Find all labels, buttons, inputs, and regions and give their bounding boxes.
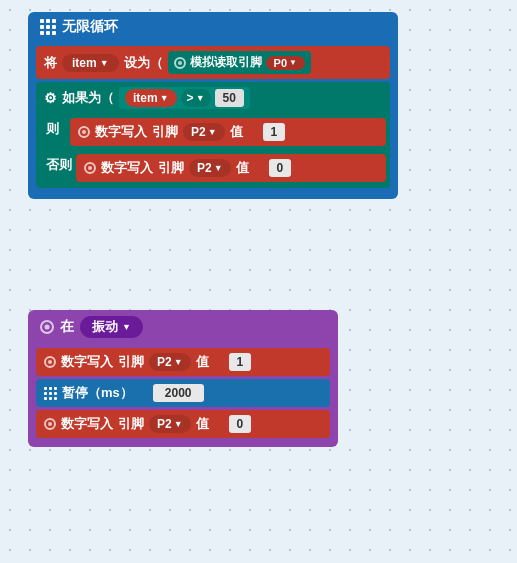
then-label: 则 <box>42 116 70 142</box>
event-row3[interactable]: 数字写入 引脚 P2 ▼ 值 0 <box>36 410 330 438</box>
then-val-box[interactable]: 1 <box>263 123 286 141</box>
vibration-pill[interactable]: 振动 ▼ <box>80 316 143 338</box>
else-row[interactable]: 数字写入 引脚 P2 ▼ 值 0 <box>76 154 386 182</box>
grid-icon <box>40 19 56 35</box>
condition-group[interactable]: item ▼ > ▼ 50 <box>119 87 250 109</box>
read-pin-block[interactable]: 模拟读取引脚 P0 ▼ <box>168 51 311 74</box>
ev-row3-val-notch <box>214 419 224 429</box>
else-val-notch <box>254 163 264 173</box>
cond-val-box[interactable]: 50 <box>215 89 244 107</box>
ev-row3-pin-pill[interactable]: P2 ▼ <box>149 415 191 433</box>
assign-mid: 设为（ <box>124 54 163 72</box>
then-val-notch <box>248 127 258 137</box>
conn-icon3 <box>84 162 96 174</box>
op-pill[interactable]: > ▼ <box>181 89 211 107</box>
else-pin-pill[interactable]: P2 ▼ <box>189 159 231 177</box>
conn-icon5 <box>44 418 56 430</box>
then-pin-pill[interactable]: P2 ▼ <box>183 123 225 141</box>
item-cond-pill[interactable]: item ▼ <box>125 89 177 107</box>
loop-header-label: 无限循环 <box>62 18 118 36</box>
event-conn-icon <box>40 320 54 334</box>
loop-header[interactable]: 无限循环 <box>28 12 398 42</box>
then-row[interactable]: 数字写入 引脚 P2 ▼ 值 1 <box>70 118 386 146</box>
pin-p0-pill[interactable]: P0 ▼ <box>266 56 305 70</box>
loop-body: 将 item ▼ 设为（ 模拟读取引脚 P0 ▼ <box>28 42 398 199</box>
ev-row1-val-notch <box>214 357 224 367</box>
pin-arrow: ▼ <box>289 58 297 67</box>
event-row1[interactable]: 数字写入 引脚 P2 ▼ 值 1 <box>36 348 330 376</box>
ev-row1-val-box[interactable]: 1 <box>229 353 252 371</box>
event-header[interactable]: 在 振动 ▼ <box>28 310 338 344</box>
ev-row1-pin-pill[interactable]: P2 ▼ <box>149 353 191 371</box>
else-val-box[interactable]: 0 <box>269 159 292 177</box>
if-header[interactable]: ⚙ 如果为（ item ▼ > ▼ 50 <box>36 82 390 114</box>
ev-row3-val-box[interactable]: 0 <box>229 415 252 433</box>
conn-icon4 <box>44 356 56 368</box>
else-section: 否则 数字写入 引脚 P2 ▼ 值 <box>36 150 390 188</box>
ev-row2-val-box[interactable]: 2000 <box>153 384 204 402</box>
loop-block-group: 无限循环 将 item ▼ 设为（ 模拟读取引脚 P0 ▼ <box>28 12 398 199</box>
if-else-container: ⚙ 如果为（ item ▼ > ▼ 50 <box>36 82 390 188</box>
assign-prefix: 将 <box>44 54 57 72</box>
grid-icon2 <box>44 387 57 400</box>
assign-row[interactable]: 将 item ▼ 设为（ 模拟读取引脚 P0 ▼ <box>36 46 390 79</box>
then-section: 则 数字写入 引脚 P2 ▼ 值 <box>36 114 390 150</box>
event-prefix: 在 <box>60 318 74 336</box>
event-body: 数字写入 引脚 P2 ▼ 值 1 <box>28 344 338 447</box>
ev-row2-val-notch <box>138 388 148 398</box>
conn-icon <box>174 57 186 69</box>
if-prefix: 如果为（ <box>62 89 114 107</box>
event-block-group: 在 振动 ▼ 数字写入 引脚 P2 ▼ 值 1 <box>28 310 338 447</box>
pill-arrow: ▼ <box>100 58 109 68</box>
item-pill[interactable]: item ▼ <box>62 54 119 72</box>
else-label: 否则 <box>42 152 76 178</box>
gear-icon: ⚙ <box>44 90 57 106</box>
event-row2[interactable]: 暂停（ms） 2000 <box>36 379 330 407</box>
conn-icon2 <box>78 126 90 138</box>
